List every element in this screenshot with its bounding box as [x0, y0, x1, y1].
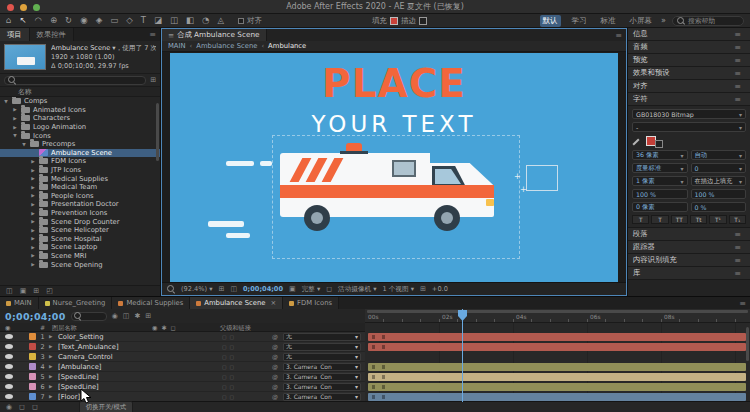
timeline-scrollbar[interactable]: [746, 327, 749, 361]
resolution-dropdown[interactable]: 完整 ▾: [302, 285, 321, 294]
zoom-window-button[interactable]: [33, 4, 40, 11]
layer-switches[interactable]: ◻◻: [222, 354, 270, 360]
timeline-search-input[interactable]: [71, 312, 107, 321]
expand-render-icon[interactable]: ◻: [32, 403, 38, 411]
project-item[interactable]: ▼Icons: [0, 131, 160, 140]
layer-label-color[interactable]: [29, 393, 36, 400]
roi-icon[interactable]: ◻: [326, 285, 332, 293]
grid-guides-icon[interactable]: ⊞: [219, 285, 225, 293]
faux-style-button[interactable]: Tt: [690, 215, 707, 224]
panel-header-段落[interactable]: 段落≡: [628, 228, 750, 241]
orbit-camera-tool-icon[interactable]: ↻: [65, 16, 72, 25]
zoom-tool-icon[interactable]: ⊕: [50, 16, 57, 25]
font-style-dropdown[interactable]: - ▾: [632, 122, 746, 132]
eraser-tool-icon[interactable]: ◧: [186, 16, 194, 25]
timeline-layer-row[interactable]: 1▶Color_Setting◻◻@无▾: [0, 332, 365, 342]
exposure-value[interactable]: +0.0: [432, 285, 448, 293]
twirl-icon[interactable]: ▶: [30, 262, 36, 267]
layer-label-color[interactable]: [29, 373, 36, 380]
twirl-icon[interactable]: ▶: [30, 176, 36, 181]
filter-icon[interactable]: ⊞: [150, 76, 156, 84]
visibility-toggle[interactable]: [3, 344, 15, 349]
clone-stamp-tool-icon[interactable]: ◫: [170, 16, 178, 25]
panel-header-效果和预设[interactable]: 效果和预设≡: [628, 67, 750, 80]
toggle-switches-modes-button[interactable]: 切换开关/模式: [79, 401, 134, 412]
panel-menu-icon[interactable]: ≡: [730, 30, 745, 39]
layer-name[interactable]: [SpeedLine]: [58, 373, 220, 381]
delete-icon[interactable]: ◰: [46, 287, 53, 295]
panel-menu-icon[interactable]: ≡: [730, 256, 745, 265]
camera-view-dropdown[interactable]: 活动摄像机 ▾: [338, 285, 376, 294]
layer-twirl-icon[interactable]: ▶: [49, 364, 56, 369]
project-search-input[interactable]: [4, 76, 146, 85]
faux-style-button[interactable]: T: [651, 215, 668, 224]
pen-tool-icon[interactable]: ◇: [126, 16, 133, 25]
timeline-layer-row[interactable]: 3▶Camera_Control◻◻@无▾: [0, 352, 365, 362]
roto-brush-tool-icon[interactable]: ◔: [202, 16, 209, 25]
twirl-icon[interactable]: ▶: [30, 168, 36, 173]
track-area[interactable]: [365, 323, 750, 401]
layer-switches[interactable]: ◻◻: [222, 364, 270, 370]
parent-dropdown[interactable]: 3. Camera_Con▾: [283, 373, 361, 381]
parent-dropdown[interactable]: 无▾: [283, 343, 361, 351]
fill-color-swatch[interactable]: [390, 17, 398, 25]
layer-selection-bounds[interactable]: [272, 135, 520, 259]
project-tab-效果控件[interactable]: 效果控件: [30, 28, 74, 41]
twirl-icon[interactable]: ▶: [30, 253, 36, 258]
layer-label-color[interactable]: [29, 383, 36, 390]
tsume-field[interactable]: 0 %: [691, 202, 747, 212]
breadcrumb-item[interactable]: Ambulance Scene: [196, 42, 257, 50]
timeline-tab-Nurse_Greeting[interactable]: Nurse_Greeting: [39, 297, 113, 309]
panel-menu-icon[interactable]: ≡: [730, 43, 745, 52]
minimize-window-button[interactable]: [20, 4, 27, 11]
panel-menu-icon[interactable]: ≡: [730, 269, 745, 278]
parent-pickwhip-icon[interactable]: @: [272, 383, 281, 390]
layer-label-color[interactable]: [29, 333, 36, 340]
layer-switches[interactable]: ◻◻: [222, 344, 270, 350]
parent-pickwhip-icon[interactable]: @: [272, 353, 281, 360]
snapshot-icon[interactable]: ▣: [289, 285, 296, 293]
stroke-type-dropdown[interactable]: 在描边上填充▾: [691, 176, 747, 186]
parent-dropdown[interactable]: 无▾: [283, 353, 361, 361]
type-tool-icon[interactable]: T: [141, 16, 146, 25]
breadcrumb-item[interactable]: MAIN: [168, 42, 186, 50]
breadcrumb-item[interactable]: Ambulance: [268, 42, 306, 50]
snap-checkbox[interactable]: [238, 18, 244, 24]
panel-menu-icon[interactable]: ≡: [730, 243, 745, 252]
panel-menu-icon[interactable]: ≡: [730, 82, 745, 91]
timeline-layer-row[interactable]: 4▶[Ambulance]◻◻@3. Camera_Con▾: [0, 362, 365, 372]
twirl-icon[interactable]: ▶: [12, 125, 18, 130]
project-item[interactable]: ▶FDM Icons: [0, 157, 160, 166]
workspace-小屏幕[interactable]: 小屏幕: [627, 15, 656, 27]
view-layout-dropdown[interactable]: 1 个视图 ▾: [382, 285, 414, 294]
workspace-学习[interactable]: 学习: [569, 15, 590, 27]
layer-switches[interactable]: ◻◻: [222, 384, 270, 390]
layer-duration-bar[interactable]: [368, 393, 746, 401]
font-size-dropdown[interactable]: 36 像素▾: [632, 150, 688, 160]
panel-menu-icon[interactable]: ≡: [735, 297, 750, 309]
layer-twirl-icon[interactable]: ▶: [49, 344, 56, 349]
visibility-toggle[interactable]: [3, 374, 15, 379]
tracking-dropdown[interactable]: 0▾: [691, 163, 747, 173]
shape-tool-icon[interactable]: ▭: [110, 16, 118, 25]
layer-twirl-icon[interactable]: ▶: [49, 354, 56, 359]
hide-shy-icon[interactable]: ✱: [134, 312, 140, 320]
panel-menu-icon[interactable]: ≡: [730, 69, 745, 78]
vertical-scale-field[interactable]: 100 %: [632, 189, 688, 199]
parent-pickwhip-icon[interactable]: @: [272, 343, 281, 350]
twirl-icon[interactable]: ▶: [30, 185, 36, 190]
project-item[interactable]: Ambulance Scene: [0, 149, 160, 158]
viewer-panel-menu-icon[interactable]: ≡: [611, 29, 626, 41]
project-tab-项目[interactable]: 项目: [0, 28, 30, 41]
camera-tool-icon[interactable]: ◉: [80, 16, 87, 25]
layer-name[interactable]: [Ambulance]: [58, 363, 220, 371]
project-item[interactable]: ▶Prevention Icons: [0, 209, 160, 218]
visibility-toggle[interactable]: [3, 384, 15, 389]
layer-switches[interactable]: ◻◻: [222, 394, 270, 400]
home-tool-icon[interactable]: ⌂: [6, 16, 11, 25]
text-stroke-color-swatch[interactable]: [655, 140, 663, 148]
layer-label-color[interactable]: [29, 363, 36, 370]
visibility-toggle[interactable]: [3, 394, 15, 399]
twirl-icon[interactable]: ▶: [30, 193, 36, 198]
twirl-icon[interactable]: ▶: [30, 159, 36, 164]
